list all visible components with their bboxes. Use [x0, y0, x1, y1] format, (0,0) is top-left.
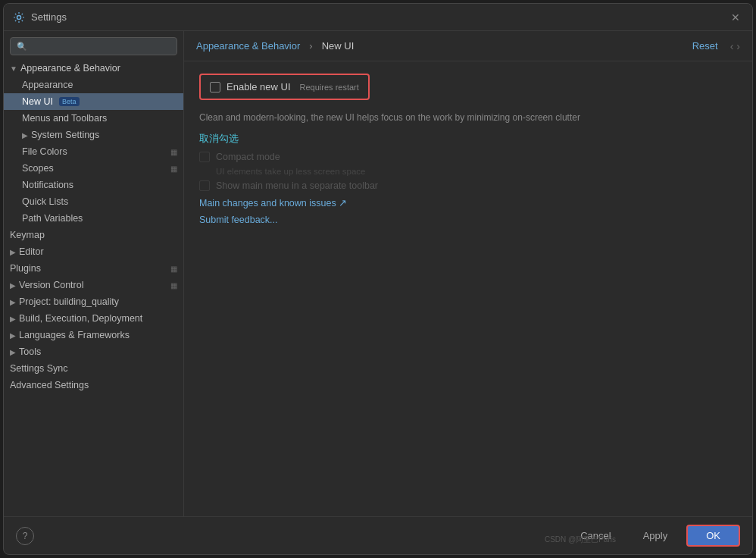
breadcrumb-separator: ›	[309, 40, 312, 52]
sidebar-item-tools[interactable]: ▶ Tools	[4, 343, 183, 360]
sidebar-item-editor[interactable]: ▶ Editor	[4, 243, 183, 260]
sidebar-item-build-execution[interactable]: ▶ Build, Execution, Deployment	[4, 310, 183, 327]
new-ui-description: Clean and modern-looking, the new UI hel…	[199, 112, 737, 123]
sidebar-label: Notifications	[22, 180, 73, 190]
compact-mode-section: Compact mode UI elements take up less sc…	[199, 152, 737, 191]
chevron-right-icon: ▶	[10, 281, 16, 290]
submit-feedback-link[interactable]: Submit feedback...	[199, 215, 737, 225]
nav-arrows: ‹ ›	[730, 40, 740, 52]
sidebar: 🔍 ▼ Appearance & Behavior Appearance New…	[4, 31, 184, 516]
ok-button[interactable]: OK	[686, 525, 740, 547]
content-main: Enable new UI Requires restart Clean and…	[184, 61, 752, 516]
grid-icon: ▦	[170, 265, 177, 273]
sidebar-label: Settings Sync	[10, 363, 67, 374]
sidebar-item-quick-lists[interactable]: Quick Lists	[4, 193, 183, 210]
watermark: CSDN @阿里巴Paris	[545, 534, 616, 545]
show-main-menu-checkbox[interactable]	[199, 180, 210, 191]
sidebar-item-advanced-settings[interactable]: Advanced Settings	[4, 377, 183, 393]
sidebar-item-appearance-behavior[interactable]: ▼ Appearance & Behavior	[4, 60, 183, 77]
sidebar-label: Plugins	[10, 263, 41, 274]
sidebar-label: Path Variables	[22, 213, 83, 224]
breadcrumb-appearance-behavior: Appearance & Behavior	[196, 40, 300, 52]
reset-button[interactable]: Reset	[692, 40, 718, 52]
compact-mode-option: Compact mode	[199, 152, 737, 162]
chevron-down-icon: ▼	[10, 64, 17, 73]
sidebar-label: Advanced Settings	[10, 380, 89, 390]
chevron-right-icon: ▶	[10, 331, 16, 340]
chevron-right-icon: ▶	[10, 248, 16, 256]
chevron-right-icon: ▶	[10, 298, 16, 306]
dialog-title: Settings	[31, 11, 67, 23]
sidebar-label: System Settings	[31, 130, 99, 140]
close-button[interactable]: ✕	[728, 11, 743, 24]
sidebar-item-menus-toolbars[interactable]: Menus and Toolbars	[4, 110, 183, 127]
show-main-menu-option: Show main menu in a separate toolbar	[199, 180, 737, 191]
sidebar-item-version-control[interactable]: ▶ Version Control ▦	[4, 277, 183, 293]
settings-icon	[13, 11, 25, 24]
search-box[interactable]: 🔍	[10, 37, 177, 55]
sidebar-item-scopes[interactable]: Scopes ▦	[4, 160, 183, 177]
sidebar-label: Tools	[19, 346, 41, 357]
help-button[interactable]: ?	[16, 527, 34, 545]
sidebar-item-appearance[interactable]: Appearance	[4, 77, 183, 93]
requires-restart-label: Requires restart	[300, 83, 359, 92]
sidebar-label: New UI	[22, 96, 53, 107]
title-bar: Settings ✕	[4, 4, 752, 31]
svg-point-0	[17, 15, 21, 19]
sidebar-label: Build, Execution, Deployment	[19, 313, 142, 324]
back-arrow[interactable]: ‹	[730, 40, 734, 52]
apply-button[interactable]: Apply	[630, 525, 681, 546]
sidebar-label: Keymap	[10, 230, 45, 240]
sidebar-label: Editor	[19, 246, 44, 257]
chevron-right-icon: ▶	[22, 131, 28, 140]
grid-icon: ▦	[170, 165, 177, 173]
sidebar-label: Scopes	[22, 163, 54, 174]
sidebar-item-path-variables[interactable]: Path Variables	[4, 210, 183, 227]
enable-new-ui-label: Enable new UI	[226, 81, 291, 92]
forward-arrow[interactable]: ›	[736, 40, 740, 52]
show-main-menu-label: Show main menu in a separate toolbar	[216, 180, 378, 191]
chevron-right-icon: ▶	[10, 348, 16, 356]
settings-dialog: Settings ✕ 🔍 ▼ Appearance & Behavior App…	[3, 3, 753, 555]
main-changes-link-text: Main changes and known issues ↗	[199, 197, 347, 208]
sidebar-item-languages[interactable]: ▶ Languages & Frameworks	[4, 327, 183, 343]
compact-mode-desc: UI elements take up less screen space	[216, 167, 737, 176]
dialog-body: 🔍 ▼ Appearance & Behavior Appearance New…	[4, 31, 752, 516]
grid-icon: ▦	[170, 148, 177, 156]
chinese-annotation: 取消勾选	[199, 132, 737, 146]
sidebar-item-plugins[interactable]: Plugins ▦	[4, 260, 183, 277]
help-label: ?	[23, 531, 28, 541]
main-changes-link[interactable]: Main changes and known issues ↗	[199, 197, 737, 208]
sidebar-item-keymap[interactable]: Keymap	[4, 227, 183, 243]
breadcrumb-new-ui: New UI	[322, 40, 355, 52]
sidebar-item-new-ui[interactable]: New UI Beta	[4, 93, 183, 110]
sidebar-label: Version Control	[19, 280, 83, 290]
search-input[interactable]	[30, 41, 170, 52]
sidebar-label: Project: building_quality	[19, 296, 119, 307]
sidebar-label: Languages & Frameworks	[19, 330, 130, 340]
grid-icon: ▦	[170, 281, 177, 290]
search-icon: 🔍	[17, 42, 27, 52]
sidebar-item-settings-sync[interactable]: Settings Sync	[4, 360, 183, 377]
enable-new-ui-section: Enable new UI Requires restart	[199, 74, 370, 100]
sidebar-item-system-settings[interactable]: ▶ System Settings	[4, 127, 183, 143]
enable-new-ui-checkbox[interactable]	[210, 82, 220, 92]
sidebar-label: Appearance	[22, 80, 73, 90]
sidebar-label: File Colors	[22, 146, 67, 157]
dialog-footer: ? Cancel Apply OK	[4, 516, 752, 554]
compact-mode-label: Compact mode	[216, 152, 280, 162]
content-header: Appearance & Behavior › New UI Reset ‹ ›	[184, 31, 752, 61]
sidebar-label: Appearance & Behavior	[20, 63, 120, 74]
sidebar-item-project[interactable]: ▶ Project: building_quality	[4, 293, 183, 310]
beta-badge: Beta	[59, 97, 80, 106]
sidebar-item-notifications[interactable]: Notifications	[4, 177, 183, 193]
compact-mode-checkbox[interactable]	[199, 152, 210, 162]
submit-feedback-text: Submit feedback...	[199, 215, 278, 225]
sidebar-item-file-colors[interactable]: File Colors ▦	[4, 143, 183, 160]
sidebar-label: Menus and Toolbars	[22, 113, 107, 124]
sidebar-label: Quick Lists	[22, 196, 68, 207]
chevron-right-icon: ▶	[10, 315, 16, 323]
content-area: Appearance & Behavior › New UI Reset ‹ ›…	[184, 31, 752, 516]
